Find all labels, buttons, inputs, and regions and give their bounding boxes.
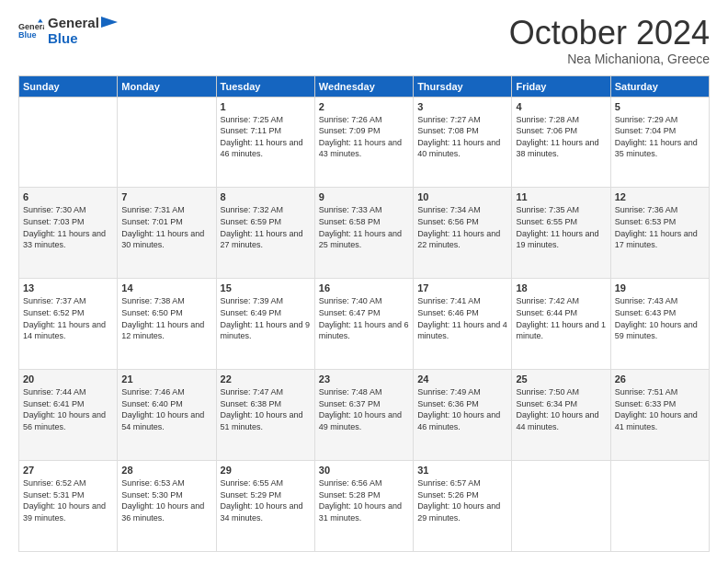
day-info: Sunrise: 7:39 AM Sunset: 6:49 PM Dayligh… — [221, 295, 311, 341]
day-number: 18 — [516, 282, 606, 293]
logo-icon: General Blue — [18, 17, 44, 43]
day-info: Sunrise: 7:28 AM Sunset: 7:06 PM Dayligh… — [516, 114, 606, 160]
day-number: 28 — [121, 465, 211, 476]
table-row: 21Sunrise: 7:46 AM Sunset: 6:40 PM Dayli… — [118, 370, 216, 461]
day-number: 2 — [319, 101, 409, 112]
location-subtitle: Nea Michaniona, Greece — [509, 52, 710, 66]
table-row: 20Sunrise: 7:44 AM Sunset: 6:41 PM Dayli… — [19, 370, 118, 461]
day-info: Sunrise: 7:31 AM Sunset: 7:01 PM Dayligh… — [121, 204, 211, 250]
day-info: Sunrise: 7:25 AM Sunset: 7:11 PM Dayligh… — [221, 114, 311, 160]
logo-general: General — [48, 15, 99, 30]
day-info: Sunrise: 6:55 AM Sunset: 5:29 PM Dayligh… — [221, 477, 311, 523]
day-info: Sunrise: 7:41 AM Sunset: 6:46 PM Dayligh… — [417, 295, 507, 341]
day-info: Sunrise: 7:30 AM Sunset: 7:03 PM Dayligh… — [23, 204, 113, 250]
table-row: 31Sunrise: 6:57 AM Sunset: 5:26 PM Dayli… — [414, 461, 512, 552]
day-number: 11 — [516, 191, 606, 202]
header-monday: Monday — [118, 75, 216, 97]
day-number: 19 — [615, 282, 705, 293]
table-row — [512, 461, 610, 552]
day-info: Sunrise: 7:35 AM Sunset: 6:55 PM Dayligh… — [516, 204, 606, 250]
table-row — [19, 97, 118, 188]
day-info: Sunrise: 7:43 AM Sunset: 6:43 PM Dayligh… — [615, 295, 705, 341]
table-row: 11Sunrise: 7:35 AM Sunset: 6:55 PM Dayli… — [512, 188, 610, 279]
table-row: 30Sunrise: 6:56 AM Sunset: 5:28 PM Dayli… — [314, 461, 413, 552]
day-info: Sunrise: 6:56 AM Sunset: 5:28 PM Dayligh… — [319, 477, 409, 523]
logo-flag-icon — [101, 17, 118, 37]
day-info: Sunrise: 7:29 AM Sunset: 7:04 PM Dayligh… — [615, 114, 705, 160]
day-number: 3 — [417, 101, 507, 112]
day-info: Sunrise: 7:42 AM Sunset: 6:44 PM Dayligh… — [516, 295, 606, 341]
day-info: Sunrise: 7:40 AM Sunset: 6:47 PM Dayligh… — [319, 295, 409, 341]
table-row: 22Sunrise: 7:47 AM Sunset: 6:38 PM Dayli… — [216, 370, 314, 461]
logo: General Blue General Blue — [18, 15, 118, 47]
day-number: 27 — [23, 465, 113, 476]
day-number: 22 — [221, 373, 311, 385]
title-block: October 2024 Nea Michaniona, Greece — [509, 15, 710, 66]
header-friday: Friday — [512, 75, 610, 97]
calendar-week-row: 27Sunrise: 6:52 AM Sunset: 5:31 PM Dayli… — [19, 461, 710, 552]
table-row: 15Sunrise: 7:39 AM Sunset: 6:49 PM Dayli… — [216, 279, 314, 370]
header-wednesday: Wednesday — [314, 75, 413, 97]
table-row: 1Sunrise: 7:25 AM Sunset: 7:11 PM Daylig… — [216, 97, 314, 188]
calendar-table: Sunday Monday Tuesday Wednesday Thursday… — [18, 75, 710, 552]
table-row: 10Sunrise: 7:34 AM Sunset: 6:56 PM Dayli… — [414, 188, 512, 279]
calendar-week-row: 13Sunrise: 7:37 AM Sunset: 6:52 PM Dayli… — [19, 279, 710, 370]
table-row: 2Sunrise: 7:26 AM Sunset: 7:09 PM Daylig… — [314, 97, 413, 188]
table-row: 3Sunrise: 7:27 AM Sunset: 7:08 PM Daylig… — [414, 97, 512, 188]
header-sunday: Sunday — [19, 75, 118, 97]
day-number: 14 — [121, 282, 211, 293]
day-number: 21 — [121, 373, 211, 385]
table-row: 24Sunrise: 7:49 AM Sunset: 6:36 PM Dayli… — [414, 370, 512, 461]
table-row: 8Sunrise: 7:32 AM Sunset: 6:59 PM Daylig… — [216, 188, 314, 279]
day-number: 5 — [615, 101, 705, 112]
page: General Blue General Blue October 2024 N… — [0, 0, 728, 563]
day-info: Sunrise: 7:32 AM Sunset: 6:59 PM Dayligh… — [221, 204, 311, 250]
table-row: 29Sunrise: 6:55 AM Sunset: 5:29 PM Dayli… — [216, 461, 314, 552]
day-number: 13 — [23, 282, 113, 293]
day-info: Sunrise: 7:47 AM Sunset: 6:38 PM Dayligh… — [221, 386, 311, 432]
svg-marker-3 — [101, 17, 118, 28]
table-row: 4Sunrise: 7:28 AM Sunset: 7:06 PM Daylig… — [512, 97, 610, 188]
table-row — [118, 97, 216, 188]
day-info: Sunrise: 7:38 AM Sunset: 6:50 PM Dayligh… — [121, 295, 211, 341]
table-row: 16Sunrise: 7:40 AM Sunset: 6:47 PM Dayli… — [314, 279, 413, 370]
day-info: Sunrise: 7:44 AM Sunset: 6:41 PM Dayligh… — [23, 386, 113, 432]
svg-marker-2 — [38, 19, 43, 23]
day-info: Sunrise: 7:46 AM Sunset: 6:40 PM Dayligh… — [121, 386, 211, 432]
day-number: 1 — [221, 101, 311, 112]
day-number: 6 — [23, 191, 113, 202]
day-info: Sunrise: 7:49 AM Sunset: 6:36 PM Dayligh… — [417, 386, 507, 432]
header-thursday: Thursday — [414, 75, 512, 97]
logo-blue: Blue — [48, 30, 99, 46]
header-saturday: Saturday — [610, 75, 709, 97]
day-info: Sunrise: 7:36 AM Sunset: 6:53 PM Dayligh… — [615, 204, 705, 250]
day-number: 15 — [221, 282, 311, 293]
header: General Blue General Blue October 2024 N… — [18, 15, 710, 66]
month-title: October 2024 — [509, 15, 710, 52]
day-number: 24 — [417, 373, 507, 385]
day-number: 12 — [615, 191, 705, 202]
day-info: Sunrise: 6:53 AM Sunset: 5:30 PM Dayligh… — [121, 477, 211, 523]
day-info: Sunrise: 7:34 AM Sunset: 6:56 PM Dayligh… — [417, 204, 507, 250]
day-number: 29 — [221, 465, 311, 476]
day-number: 26 — [615, 373, 705, 385]
calendar-week-row: 6Sunrise: 7:30 AM Sunset: 7:03 PM Daylig… — [19, 188, 710, 279]
day-number: 20 — [23, 373, 113, 385]
day-info: Sunrise: 7:37 AM Sunset: 6:52 PM Dayligh… — [23, 295, 113, 341]
day-number: 16 — [319, 282, 409, 293]
day-number: 23 — [319, 373, 409, 385]
table-row: 19Sunrise: 7:43 AM Sunset: 6:43 PM Dayli… — [610, 279, 709, 370]
table-row: 28Sunrise: 6:53 AM Sunset: 5:30 PM Dayli… — [118, 461, 216, 552]
calendar-week-row: 1Sunrise: 7:25 AM Sunset: 7:11 PM Daylig… — [19, 97, 710, 188]
day-info: Sunrise: 7:27 AM Sunset: 7:08 PM Dayligh… — [417, 114, 507, 160]
table-row: 18Sunrise: 7:42 AM Sunset: 6:44 PM Dayli… — [512, 279, 610, 370]
day-number: 30 — [319, 465, 409, 476]
table-row: 27Sunrise: 6:52 AM Sunset: 5:31 PM Dayli… — [19, 461, 118, 552]
table-row: 23Sunrise: 7:48 AM Sunset: 6:37 PM Dayli… — [314, 370, 413, 461]
table-row: 14Sunrise: 7:38 AM Sunset: 6:50 PM Dayli… — [118, 279, 216, 370]
day-info: Sunrise: 7:50 AM Sunset: 6:34 PM Dayligh… — [516, 386, 606, 432]
header-tuesday: Tuesday — [216, 75, 314, 97]
day-number: 31 — [417, 465, 507, 476]
table-row: 17Sunrise: 7:41 AM Sunset: 6:46 PM Dayli… — [414, 279, 512, 370]
day-info: Sunrise: 7:51 AM Sunset: 6:33 PM Dayligh… — [615, 386, 705, 432]
